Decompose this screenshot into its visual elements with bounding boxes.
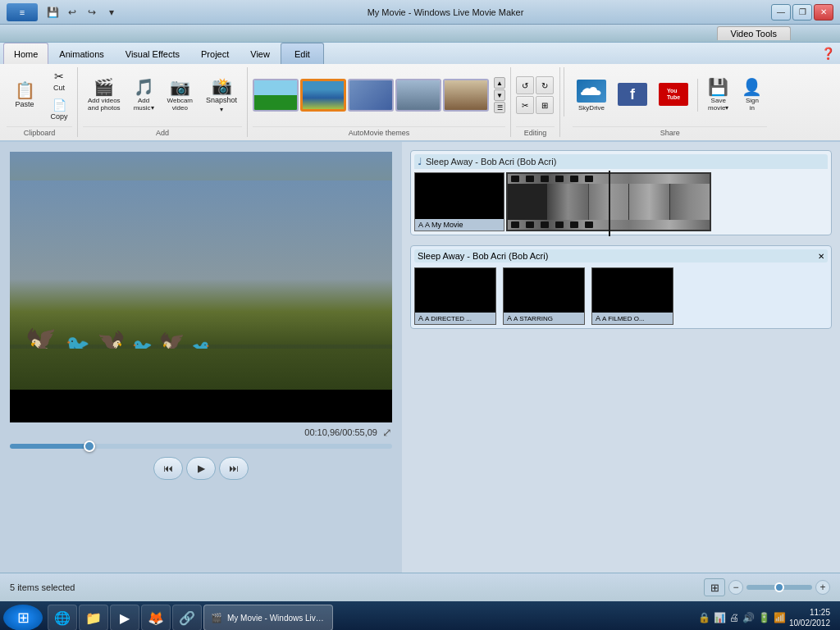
credits-frames: A A DIRECTED ... A A STARRING A A FILM (414, 267, 828, 325)
tray-icon-5[interactable]: 🔋 (758, 612, 770, 623)
tray-clock[interactable]: 11:25 10/02/2012 (789, 607, 830, 628)
split-button[interactable]: ⊞ (536, 96, 554, 114)
add-videos-button[interactable]: 🎬 Add videos and photos (83, 73, 126, 117)
selected-items-label: 5 items selected (10, 582, 75, 592)
quick-redo-button[interactable]: ↪ (84, 4, 100, 21)
taskbar-explorer-button[interactable]: 📁 (79, 605, 108, 630)
playhead (609, 171, 610, 236)
taskbar: ⊞ 🌐 📁 ▶ 🦊 🔗 🎬 My Movie - Windows Live Mo… (0, 601, 840, 630)
title-label: A A My Movie (415, 219, 504, 231)
facebook-button[interactable]: f (614, 73, 651, 117)
credits-header: Sleep Away - Bob Acri (Bob Acri) ✕ (414, 249, 828, 262)
tab-project[interactable]: Project (190, 43, 240, 64)
tray-icon-6[interactable]: 📶 (774, 612, 786, 623)
taskbar-movie-maker-button[interactable]: 🎬 My Movie - Windows Live Movie Maker (203, 605, 333, 630)
share-separator (697, 79, 698, 112)
tray-time: 11:25 (789, 607, 830, 618)
close-button[interactable]: ✕ (814, 4, 833, 21)
zoom-in-button[interactable]: + (815, 580, 830, 595)
webcam-video-button[interactable]: 📷 Webcam video (162, 73, 198, 117)
rotate-right-button[interactable]: ↻ (536, 76, 554, 94)
zoom-out-button[interactable]: − (728, 580, 743, 595)
credits-title: Sleep Away - Bob Acri (Bob Acri) (418, 251, 548, 261)
film-strip-frame[interactable] (506, 172, 711, 231)
letterbox-bottom (10, 390, 392, 422)
title-frame[interactable]: A A My Movie (414, 172, 504, 231)
perf (585, 221, 593, 228)
clipboard-group-content: 📋 Paste ✂ Cut 📄 Copy (7, 67, 72, 126)
project-view-button[interactable]: ⊞ (704, 578, 725, 596)
video-tools-tab[interactable]: Video Tools (717, 26, 791, 40)
quick-save-button[interactable]: 💾 (44, 4, 61, 21)
perf (570, 221, 578, 228)
ribbon-help-button[interactable]: ❓ (815, 44, 840, 62)
copy-button[interactable]: 📄 Copy (46, 96, 72, 123)
facebook-icon: f (618, 83, 647, 106)
taskbar-media-button[interactable]: ▶ (110, 605, 139, 630)
status-bar: 5 items selected ⊞ − + (0, 573, 840, 601)
theme-scroll-expand[interactable]: ☰ (494, 102, 505, 113)
play-button[interactable]: ▶ (186, 457, 216, 480)
credit-label-starring: A A STARRING (504, 313, 584, 324)
theme-item-0[interactable] (253, 79, 299, 112)
perf (526, 221, 534, 228)
app-orb[interactable]: ≡ (7, 3, 38, 21)
theme-scroll-down[interactable]: ▼ (494, 89, 505, 101)
theme-item-4[interactable] (443, 79, 489, 112)
add-music-button[interactable]: 🎵 Add music▾ (129, 73, 159, 117)
credit-frame-directed[interactable]: A A DIRECTED ... (414, 267, 496, 325)
credits-options-button[interactable]: ✕ (818, 252, 824, 261)
automovie-themes-group: ▲ ▼ ☰ AutoMovie themes (248, 67, 511, 137)
trim-button[interactable]: ✂ (516, 96, 534, 114)
theme-scroll-controls: ▲ ▼ ☰ (494, 77, 505, 113)
next-frame-button[interactable]: ⏭ (219, 457, 249, 480)
playback-slider[interactable] (10, 444, 392, 449)
restore-button[interactable]: ❐ (792, 4, 812, 21)
start-button[interactable]: ⊞ (3, 605, 43, 630)
tab-animations[interactable]: Animations (48, 43, 114, 64)
window-controls: — ❐ ✕ (771, 4, 833, 21)
track-title: Sleep Away - Bob Acri (Bob Acri) (426, 157, 556, 167)
perf (511, 176, 519, 182)
credit-frame-starring[interactable]: A A STARRING (503, 267, 585, 325)
theme-scroll-up[interactable]: ▲ (494, 77, 505, 89)
tab-home[interactable]: Home (3, 43, 48, 64)
save-movie-button[interactable]: 💾 Save movie▾ (703, 73, 733, 117)
track-header: ♩ Sleep Away - Bob Acri (Bob Acri) (414, 154, 828, 169)
zoom-slider[interactable] (746, 585, 812, 590)
expand-preview-button[interactable]: ⤢ (382, 426, 392, 439)
skydrive-button[interactable]: SkyDrive (573, 73, 610, 117)
rotate-left-button[interactable]: ↺ (516, 76, 534, 94)
theme-item-3[interactable] (395, 79, 441, 112)
share-group-label: Share (573, 126, 767, 137)
tab-visual-effects[interactable]: Visual Effects (115, 43, 190, 64)
taskbar-ie-button[interactable]: 🌐 (48, 605, 77, 630)
tray-icon-3[interactable]: 🖨 (729, 612, 739, 623)
taskbar-link-button[interactable]: 🔗 (172, 605, 202, 630)
tray-icon-2[interactable]: 📊 (714, 612, 726, 623)
tab-edit[interactable]: Edit (281, 43, 324, 64)
previous-frame-button[interactable]: ⏮ (153, 457, 183, 480)
sign-in-button[interactable]: 👤 Sign in (737, 73, 767, 117)
perf (526, 176, 534, 182)
editing-group-content: ↺ ↻ ✂ ⊞ (516, 67, 555, 126)
minimize-button[interactable]: — (771, 4, 791, 21)
ground (10, 349, 392, 390)
quick-dropdown-button[interactable]: ▾ (103, 4, 120, 21)
theme-item-1[interactable] (300, 79, 346, 112)
credit-frame-filmed[interactable]: A A FILMED O... (591, 267, 673, 325)
quick-undo-button[interactable]: ↩ (64, 4, 80, 21)
snapshot-button[interactable]: 📸 Snapshot ▾ (201, 73, 242, 117)
themes-gallery-content: ▲ ▼ ☰ (253, 67, 505, 126)
paste-button[interactable]: 📋 Paste (7, 73, 43, 117)
tray-icon-4[interactable]: 🔊 (742, 612, 755, 623)
perf (511, 221, 519, 228)
tab-view[interactable]: View (240, 43, 281, 64)
cut-button[interactable]: ✂ Cut (46, 67, 72, 94)
editing-group: ↺ ↻ ✂ ⊞ Editing (511, 67, 560, 137)
credit-label-directed: A A DIRECTED ... (415, 313, 495, 324)
taskbar-firefox-button[interactable]: 🦊 (141, 605, 171, 630)
theme-item-2[interactable] (348, 79, 394, 112)
youtube-button[interactable]: YouTube (655, 73, 692, 117)
tray-icon-1[interactable]: 🔒 (698, 612, 710, 623)
